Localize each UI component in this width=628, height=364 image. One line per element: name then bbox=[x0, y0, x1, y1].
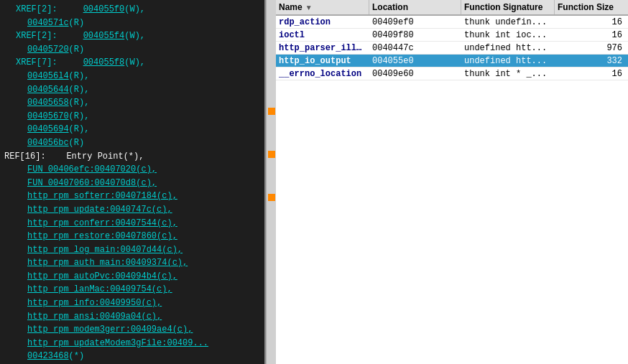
xref-7-l5: 00405670(R), bbox=[4, 110, 260, 123]
column-funcsize-label: Function Size bbox=[558, 2, 614, 12]
ref-16-l10: http_rpm_lanMac:00409754(c), bbox=[4, 283, 260, 297]
cell-funcsig: thunk undefin... bbox=[461, 17, 555, 27]
xref-7-l7: 004056bc(R) bbox=[4, 136, 260, 150]
ref-16-l4: http_rpm_update:0040747c(c), bbox=[4, 203, 260, 217]
addr-suffix: (W), bbox=[124, 57, 145, 67]
func-ref[interactable]: FUN_00407060:004070d8(c), bbox=[27, 178, 157, 188]
cell-name: http_io_output bbox=[276, 56, 369, 66]
column-header-location[interactable]: Location bbox=[369, 0, 461, 14]
xref-label: XREF[2]: bbox=[16, 4, 57, 14]
cell-name: http_parser_illMultiObj bbox=[276, 43, 369, 53]
table-header: Name ▼ Location Function Signature Funct… bbox=[276, 0, 628, 16]
cell-funcsig: undefined htt... bbox=[461, 43, 555, 53]
func-ref[interactable]: http_rpm_lanMac:00409754(c), bbox=[27, 284, 172, 294]
cell-funcsize: 16 bbox=[555, 30, 628, 40]
table-row[interactable]: rdp_action 00409ef0 thunk undefin... 16 bbox=[276, 16, 628, 29]
addr-link[interactable]: 004055f0 bbox=[83, 4, 125, 14]
func-ref[interactable]: http_rpm_update:0040747c(c), bbox=[27, 205, 172, 215]
cell-location: 004055e0 bbox=[369, 56, 461, 66]
ref-16-l1: FUN_00406efc:00407020(c), bbox=[4, 163, 260, 177]
ref-16-l14: http_rpm_updateModem3gFile:00409... bbox=[4, 337, 260, 350]
addr-link[interactable]: 00405694 bbox=[27, 124, 69, 134]
column-funcsig-label: Function Signature bbox=[464, 2, 542, 12]
table-row[interactable]: http_io_output 004055e0 undefined htt...… bbox=[276, 55, 628, 67]
cell-location: 0040447c bbox=[369, 43, 461, 53]
column-header-funcsize[interactable]: Function Size bbox=[555, 0, 628, 14]
func-ref[interactable]: http_rpm_conferr:00407544(c), bbox=[27, 218, 177, 228]
cell-funcsig: undefined htt... bbox=[461, 56, 555, 66]
ref-16-l9: http_rpm_autoPvc:004094b4(c), bbox=[4, 270, 260, 284]
addr-link[interactable]: 004056l4 bbox=[27, 71, 69, 81]
func-ref[interactable]: http_rpm_log_main:00407d44(c), bbox=[27, 245, 183, 255]
entry-label: Entry Point(*), bbox=[66, 151, 144, 162]
xref-label: XREF[2]: bbox=[16, 31, 57, 41]
column-name-label: Name bbox=[279, 2, 303, 12]
ref-16-l6: http_rpm_restore:00407860(c), bbox=[4, 230, 260, 243]
cell-location: 00409ef0 bbox=[369, 17, 461, 27]
addr-suffix: (R), bbox=[69, 98, 90, 108]
func-ref[interactable]: http_rpm_ansi:00409a04(c), bbox=[27, 312, 162, 322]
addr-link[interactable]: 00405658 bbox=[27, 98, 69, 108]
addr-suffix: (R), bbox=[69, 85, 90, 95]
addr-link[interactable]: 00405644 bbox=[27, 85, 69, 95]
table-row[interactable]: ioctl 00409f80 thunk int ioc... 16 bbox=[276, 29, 628, 42]
xref-7-l6: 00405694(R), bbox=[4, 123, 260, 136]
addr-link[interactable]: 004055f8 bbox=[83, 57, 125, 67]
addr-link[interactable]: 00423468 bbox=[27, 351, 69, 361]
addr-suffix: (R) bbox=[69, 45, 85, 55]
func-ref[interactable]: http_rpm_updateModem3gFile:00409... bbox=[27, 338, 208, 348]
ref-16-l5: http_rpm_conferr:00407544(c), bbox=[4, 217, 260, 230]
ref-16-l8: http_rpm_auth_main:00409374(c), bbox=[4, 256, 260, 270]
func-ref[interactable]: http_rpm_autoPvc:004094b4(c), bbox=[27, 271, 177, 281]
cell-location: 00409f80 bbox=[369, 30, 461, 40]
markers-panel bbox=[266, 0, 276, 364]
column-header-name[interactable]: Name ▼ bbox=[276, 0, 369, 14]
func-ref[interactable]: http_rpm_info:00409950(c), bbox=[27, 298, 162, 308]
func-ref[interactable]: http_rpm_auth_main:00409374(c), bbox=[27, 258, 188, 268]
ref-16-l11: http_rpm_info:00409950(c), bbox=[4, 297, 260, 310]
table-row[interactable]: http_parser_illMultiObj 0040447c undefin… bbox=[276, 42, 628, 55]
cell-location: 00409e60 bbox=[369, 69, 461, 79]
xref-7-l3: 00405644(R), bbox=[4, 83, 260, 97]
addr-link[interactable]: 004055f4 bbox=[83, 31, 125, 41]
addr-suffix: (*) bbox=[69, 351, 85, 361]
marker-2 bbox=[268, 151, 275, 158]
func-ref[interactable]: http_rpm_restore:00407860(c), bbox=[27, 231, 177, 241]
table-row[interactable]: __errno_location 00409e60 thunk int * _.… bbox=[276, 67, 628, 80]
ref-16-l3: http_rpm_softerr:00407184(c), bbox=[4, 190, 260, 203]
addr-link[interactable]: 0040571c bbox=[27, 18, 69, 28]
func-ref[interactable]: FUN_00406efc:00407020(c), bbox=[27, 164, 157, 174]
left-panel: XREF[2]: 004055f0(W), 0040571c(R) XREF[2… bbox=[0, 0, 266, 364]
addr-suffix: (R), bbox=[69, 111, 90, 121]
ref-16-l13: http_rpm_modem3gerr:00409ae4(c), bbox=[4, 323, 260, 337]
cell-funcsize: 332 bbox=[555, 56, 628, 66]
cell-name: __errno_location bbox=[276, 69, 369, 79]
xref-block-1-line2: 0040571c(R) bbox=[4, 17, 260, 30]
cell-name: ioctl bbox=[276, 30, 369, 40]
cell-funcsize: 16 bbox=[555, 17, 628, 27]
xref-block-2-line2: 00405720(R) bbox=[4, 43, 260, 57]
marker-3 bbox=[268, 194, 275, 201]
xref-block-2: XREF[2]: 004055f4(W), bbox=[4, 29, 260, 43]
xref-label: XREF[7]: bbox=[16, 57, 57, 67]
ref-block-16: REF[16]: Entry Point(*), bbox=[4, 150, 260, 164]
addr-suffix: (R) bbox=[69, 18, 85, 28]
ref-16-l15: 00423468(*) bbox=[4, 350, 260, 363]
xref-block-7: XREF[7]: 004055f8(W), bbox=[4, 56, 260, 70]
cell-funcsize: 16 bbox=[555, 69, 628, 79]
column-header-funcsig[interactable]: Function Signature bbox=[461, 0, 555, 14]
marker-1 bbox=[268, 108, 275, 115]
cell-funcsize: 976 bbox=[555, 43, 628, 53]
func-ref[interactable]: http_rpm_modem3gerr:00409ae4(c), bbox=[27, 325, 193, 335]
cell-name: rdp_action bbox=[276, 17, 369, 27]
xref-7-l2: 004056l4(R), bbox=[4, 70, 260, 83]
func-ref[interactable]: http_rpm_softerr:00407184(c), bbox=[27, 191, 177, 201]
cell-funcsig: thunk int ioc... bbox=[461, 30, 555, 40]
addr-link[interactable]: 00405670 bbox=[27, 111, 69, 121]
table-body: rdp_action 00409ef0 thunk undefin... 16 … bbox=[276, 16, 628, 364]
addr-link[interactable]: 004056bc bbox=[27, 138, 69, 148]
ref-16-l7: http_rpm_log_main:00407d44(c), bbox=[4, 243, 260, 257]
addr-suffix: (R), bbox=[69, 71, 90, 81]
addr-link[interactable]: 00405720 bbox=[27, 45, 69, 55]
column-location-label: Location bbox=[372, 2, 408, 12]
